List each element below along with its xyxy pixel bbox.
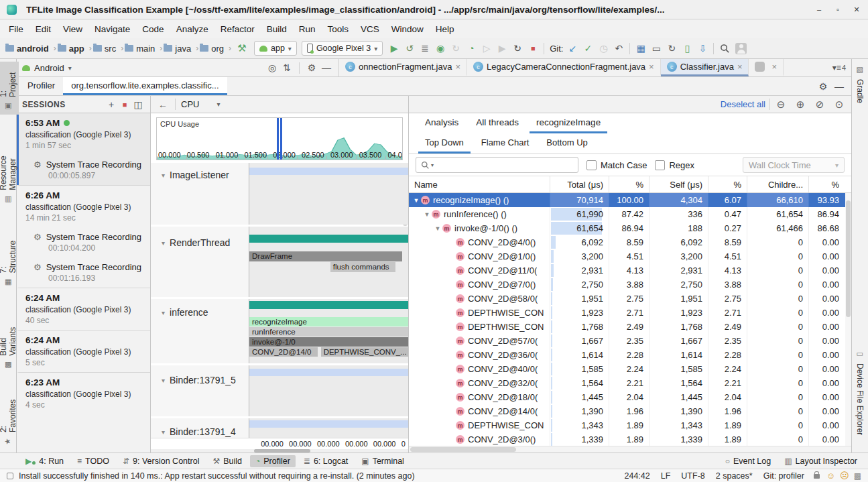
run-icon[interactable]: ▶	[387, 42, 401, 55]
session-item[interactable]: ⚙ System Trace Recording 00:01:16.193	[17, 257, 150, 288]
column-header[interactable]: %	[808, 176, 845, 192]
profile-low-overhead-icon[interactable]: ▶	[495, 42, 509, 55]
commit-icon[interactable]: ✓	[581, 42, 595, 55]
table-row[interactable]: m CONV_2D@18/0( 1,445 2.04 1,445 2.04 0 …	[409, 390, 845, 404]
table-row[interactable]: m CONV_2D@40/0( 1,585 2.24 1,585 2.24 0 …	[409, 362, 845, 376]
session-item[interactable]: ⚙ System Trace Recording 00:10:04.200	[17, 227, 150, 257]
sidebar-item-structure[interactable]: ▦ 7: Structure	[0, 231, 19, 290]
table-row[interactable]: m DEPTHWISE_CON 1,923 2.71 1,923 2.71 0 …	[409, 306, 845, 320]
column-header[interactable]: Childre...	[747, 176, 808, 192]
thread-label[interactable]: ▾ inference	[151, 299, 249, 363]
column-header[interactable]: Total (μs)	[550, 176, 609, 192]
selection-range[interactable]	[277, 118, 282, 160]
cpu-horizontal-scrollbar[interactable]	[151, 449, 408, 453]
table-row[interactable]: m DEPTHWISE_CON 1,343 1.89 1,343 1.89 0 …	[409, 418, 845, 432]
stop-icon[interactable]: ■	[526, 42, 540, 55]
menu-item[interactable]: Navigate	[88, 22, 136, 36]
table-row[interactable]: m CONV_2D@7/0() 2,750 3.88 2,750 3.88 0 …	[409, 278, 845, 292]
close-tab-icon[interactable]: ×	[771, 62, 777, 72]
trace-event-bar[interactable]	[249, 235, 408, 243]
editor-tab[interactable]: c onnectionFragment.java ×	[339, 59, 467, 76]
close-tab-icon[interactable]: ×	[649, 62, 654, 72]
avatar[interactable]	[735, 43, 747, 54]
cpu-usage-chart[interactable]: CPU Usage 00.00000.50001.00001.50002.000…	[156, 117, 403, 160]
menu-item[interactable]: Refactor	[214, 22, 261, 36]
trace-event-bar[interactable]: DEPTHWISE_CONV_...	[321, 347, 408, 357]
thread-label[interactable]: ▾ ImageListener	[151, 163, 249, 225]
editor-tab[interactable]: c LegacyCameraConnectionFragment.java ×	[467, 59, 661, 76]
menu-item[interactable]: Code	[136, 22, 170, 36]
rerun-icon[interactable]: ↻	[511, 42, 524, 55]
table-row[interactable]: m CONV_2D@3/0() 1,339 1.89 1,339 1.89 0 …	[409, 432, 845, 446]
session-item[interactable]: 6:24 AM classification (Google Pixel 3) …	[17, 288, 150, 330]
table-vertical-scrollbar[interactable]	[845, 193, 851, 446]
trace-event-bar[interactable]	[249, 420, 408, 428]
hide-panel-icon[interactable]: —	[832, 80, 846, 93]
column-header[interactable]: %	[708, 176, 747, 192]
thread-trace-track[interactable]	[249, 163, 408, 225]
table-row[interactable]: m CONV_2D@36/0( 1,614 2.28 1,614 2.28 0 …	[409, 348, 845, 362]
menu-item[interactable]: Analyze	[170, 22, 214, 36]
run-configuration-select[interactable]: app ▾	[254, 41, 297, 56]
minimize-button[interactable]: –	[814, 5, 824, 14]
apply-changes-icon[interactable]: ↺	[403, 42, 416, 55]
regex-option[interactable]: Regex	[655, 160, 694, 170]
trace-event-bar[interactable]: recognizeImage	[249, 317, 408, 326]
trace-event-bar[interactable]: flush commands	[330, 262, 395, 272]
git-branch[interactable]: Git: profiler	[763, 471, 804, 481]
rollback-icon[interactable]: ↶	[612, 42, 625, 55]
breadcrumb-item[interactable]: java ›	[164, 44, 198, 54]
device-manager-icon[interactable]: ▭	[649, 42, 663, 55]
zoom-in-icon[interactable]: ⊕	[794, 98, 807, 111]
trace-event-bar[interactable]: CONV_2D@14/0	[249, 347, 318, 357]
table-row[interactable]: m CONV_2D@14/0( 1,390 1.96 1,390 1.96 0 …	[409, 404, 845, 418]
hidden-tabs-button[interactable]: ▾≡4	[827, 59, 851, 76]
cpu-select[interactable]: CPU	[181, 99, 199, 109]
breadcrumb-item[interactable]: app ›	[58, 44, 92, 54]
sad-feedback-icon[interactable]: ☹	[840, 471, 849, 481]
maximize-button[interactable]: ▫	[833, 5, 843, 14]
line-ending[interactable]: LF	[661, 471, 671, 481]
breadcrumb-item[interactable]: src ›	[93, 44, 123, 54]
regex-checkbox[interactable]	[655, 160, 665, 170]
toolwindow-terminal[interactable]: ▣ Terminal	[356, 455, 410, 467]
project-view-select[interactable]: Android	[34, 63, 64, 73]
settings-icon[interactable]: ⚙	[816, 80, 830, 93]
menu-item[interactable]: View	[57, 22, 88, 36]
table-row[interactable]: m CONV_2D@11/0( 2,931 4.13 2,931 4.13 0 …	[409, 263, 845, 278]
column-header[interactable]: Name	[409, 176, 550, 192]
sidebar-item-gradle[interactable]: ▨ Gradle	[854, 62, 866, 108]
menu-item[interactable]: File	[3, 22, 29, 36]
thread-trace-track[interactable]	[249, 365, 408, 416]
reset-zoom-icon[interactable]: ⊘	[813, 98, 826, 111]
column-header[interactable]: Self (μs)	[649, 176, 708, 192]
breadcrumb-item[interactable]: android ›	[5, 44, 56, 54]
match-case-checkbox[interactable]	[586, 160, 597, 170]
analysis-tab[interactable]: recognizeImage	[530, 113, 607, 133]
table-row[interactable]: ▼ m runInference() () 61,990 87.42 336 0…	[409, 207, 845, 221]
deselect-all-link[interactable]: Deselect all	[721, 99, 765, 109]
thread-trace-track[interactable]	[249, 418, 408, 438]
search-everywhere-icon[interactable]	[718, 42, 731, 55]
thread-label[interactable]: ▾ Binder:13791_5	[151, 365, 249, 416]
collapse-all-icon[interactable]: ⇅	[280, 61, 294, 74]
trace-event-bar[interactable]: runInference	[249, 327, 408, 337]
sidebar-item-build-variants[interactable]: ▩ Build Variants	[0, 306, 19, 373]
caret-position[interactable]: 244:42	[625, 471, 650, 481]
update-project-icon[interactable]: ↙	[566, 42, 579, 55]
clock-type-select[interactable]: Wall Clock Time ▾	[743, 157, 845, 173]
zoom-to-selection-icon[interactable]: ⊙	[832, 98, 846, 111]
analysis-subtab[interactable]: Flame Chart	[475, 133, 536, 154]
table-row[interactable]: m CONV_2D@1/0() 3,200 4.51 3,200 4.51 0 …	[409, 249, 845, 263]
analysis-subtab[interactable]: Bottom Up	[540, 133, 594, 154]
hide-panel-icon[interactable]: —	[320, 61, 333, 74]
happy-feedback-icon[interactable]: ☺	[826, 471, 835, 481]
profiler-tab[interactable]: org.tensorflow.lite.examples.classific..…	[63, 77, 227, 95]
run-tasks-icon[interactable]: ≣	[418, 42, 432, 55]
analysis-tab[interactable]: Analysis	[418, 113, 465, 133]
debug-icon[interactable]: ◉	[434, 42, 447, 55]
thread-label[interactable]: ▾ RenderThread	[151, 227, 249, 297]
column-header[interactable]: %	[609, 176, 649, 192]
gradle-sync-icon[interactable]: ↻	[665, 42, 678, 55]
menu-item[interactable]: Window	[385, 22, 430, 36]
